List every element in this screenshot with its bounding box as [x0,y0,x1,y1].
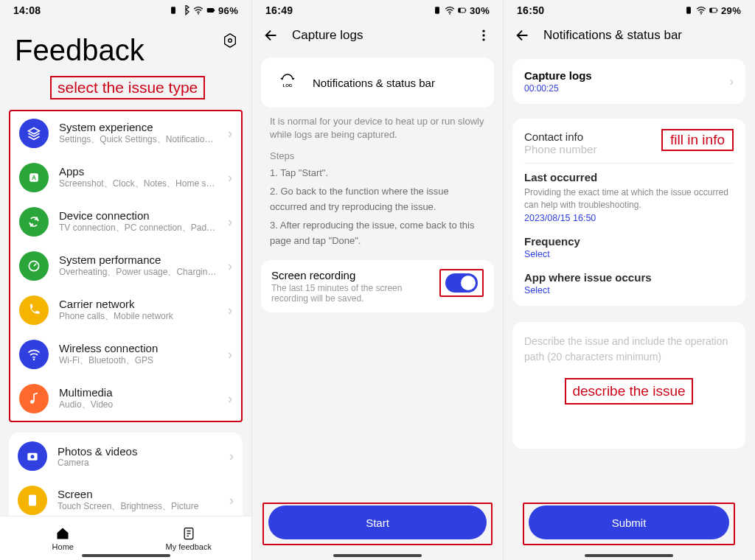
warning-note: It is normal for your device to heat up … [252,113,503,143]
topic-card[interactable]: LOG Notifications & status bar [261,57,494,108]
category-title: Apps [59,165,218,178]
back-button[interactable] [262,27,280,44]
category-row[interactable]: Photos & videos Camera › [9,434,243,478]
toggle-sub: The last 15 minutes of the screen record… [271,283,431,304]
callout-select-type: select the issue type [50,76,205,99]
clock: 16:49 [265,4,293,16]
phone-number-input[interactable]: Phone number [524,143,655,155]
svg-rect-0 [171,7,175,13]
category-subtitle: Touch Screen、Brightness、Picture [58,500,219,513]
category-title: Device connection [59,209,218,222]
svg-text:A: A [32,174,36,181]
home-indicator[interactable] [333,554,422,557]
chevron-right-icon: › [228,391,232,407]
svg-rect-14 [435,7,439,13]
category-subtitle: Phone calls、Mobile network [59,310,218,323]
home-indicator[interactable] [585,554,673,557]
battery-icon [457,5,467,15]
screen-recording-toggle[interactable] [445,273,478,293]
capture-logs-label: Capture logs [524,69,730,82]
battery-text: 29% [721,5,741,16]
description-placeholder: Describe the issue and include the opera… [524,335,728,363]
svg-point-24 [700,13,702,15]
category-row[interactable]: Device connection TV connection、PC conne… [10,200,241,244]
category-subtitle: Settings、Quick Settings、Notifications & … [59,133,218,146]
svg-point-1 [198,13,199,15]
category-row[interactable]: System performance Overheating、Power usa… [10,244,241,288]
category-title: System experience [59,121,218,133]
clock: 16:50 [517,4,544,16]
status-icons: 29% [683,5,741,16]
log-icon: LOG [273,68,302,97]
category-row[interactable]: A Apps Screenshot、Clock、Notes、Home scree… [10,155,241,200]
submit-button[interactable]: Submit [529,505,729,539]
app-occurs-select[interactable]: Select [524,285,734,295]
category-list-extra: Photos & videos Camera › Screen Touch Sc… [9,433,243,524]
chevron-right-icon: › [228,214,232,230]
perf-icon [19,251,49,281]
layers-icon [19,119,49,148]
category-row[interactable]: Multimedia Audio、Video › [10,377,241,421]
svg-rect-18 [465,10,466,11]
vibrate-icon [432,5,442,15]
category-subtitle: Overheating、Power usage、Charging、L... [59,266,218,279]
svg-point-19 [482,30,484,32]
wifi-icon [19,340,49,369]
category-row[interactable]: Carrier network Phone calls、Mobile netwo… [10,288,241,332]
chevron-right-icon: › [228,347,232,363]
category-row[interactable]: Wireless connection Wi-Fi、Bluetooth、GPS … [10,332,241,377]
info-card: Contact info Phone number fill in info L… [512,119,745,306]
chevron-right-icon: › [228,259,232,274]
category-title: System performance [59,253,218,266]
status-bar: 14:08 96% [0,0,251,16]
description-input[interactable]: Describe the issue and include the opera… [512,322,745,449]
category-title: Carrier network [59,298,218,310]
settings-icon[interactable] [222,32,238,52]
music-icon [19,384,49,413]
start-button[interactable]: Start [268,505,487,539]
vibrate-icon [168,5,178,15]
last-occurred-value[interactable]: 2023/08/15 16:50 [524,213,734,223]
steps-label: Steps [252,143,503,164]
chevron-right-icon: › [730,75,734,88]
header: Notifications & status bar [504,16,754,52]
page-title: Feedback [0,16,251,73]
chevron-right-icon: › [228,126,232,141]
frequency-select[interactable]: Select [524,249,734,259]
category-row[interactable]: System experience Settings、Quick Setting… [10,111,241,155]
screen-recording-toggle-card: Screen recording The last 15 minutes of … [261,260,494,312]
callout-toggle-border [439,269,484,297]
category-subtitle: Screenshot、Clock、Notes、Home screen [59,178,218,190]
chevron-right-icon: › [228,303,232,318]
tab-feedback-label: My feedback [166,542,212,551]
more-icon[interactable] [475,27,493,44]
step-2: 2. Go back to the function where the iss… [252,183,503,217]
status-icons: 30% [432,5,490,16]
category-title: Multimedia [59,386,218,399]
phone-icon [19,295,49,325]
topic-title: Notifications & status bar [313,77,435,89]
capture-logs-row[interactable]: Capture logs 00:00:25 › [512,59,745,104]
svg-point-11 [31,455,35,458]
vibrate-icon [683,5,694,15]
frequency-label: Frequency [524,235,734,248]
category-subtitle: Wi-Fi、Bluetooth、GPS [59,354,218,367]
capture-logs-screen: 16:49 30% Capture logs LOG Notifications… [251,0,503,560]
svg-rect-3 [214,10,215,11]
battery-text: 96% [218,5,238,16]
step-1: 1. Tap "Start". [252,164,503,183]
svg-rect-26 [710,8,712,13]
last-occurred-note: Providing the exact time at which the is… [524,186,734,211]
svg-rect-23 [686,7,691,13]
bottom-tabs: Home My feedback [0,516,251,560]
callout-fill-info: fill in info [661,129,734,151]
back-button[interactable] [514,27,532,44]
clock: 14:08 [13,4,41,16]
header-title: Notifications & status bar [543,28,682,43]
svg-rect-2 [207,8,214,13]
category-title: Photos & videos [58,445,219,458]
home-indicator[interactable] [82,554,170,557]
status-bar: 16:49 30% [252,0,503,16]
category-subtitle: TV connection、PC connection、Pad conn... [59,222,218,234]
battery-icon [206,5,216,15]
